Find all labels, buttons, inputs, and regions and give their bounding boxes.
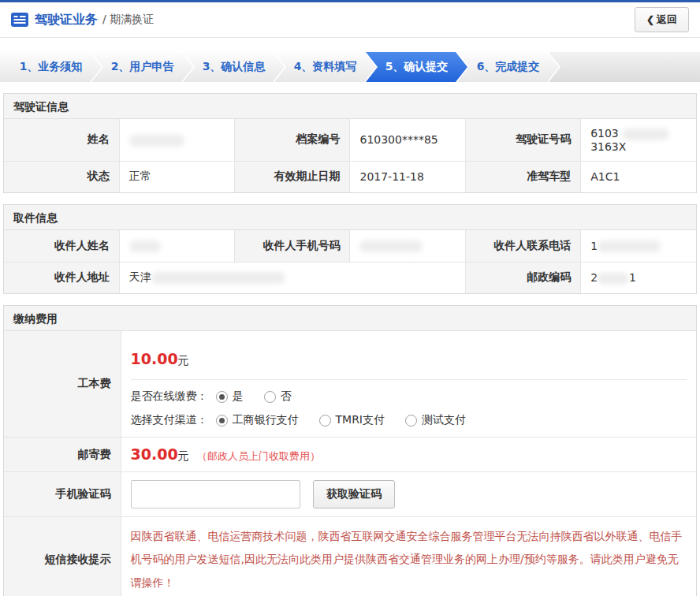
pickup-info-title: 取件信息 xyxy=(4,205,696,230)
pay-channel-choice: 选择支付渠道： 工商银行支付 TMRI支付 测试支付 xyxy=(131,413,687,427)
channel-icbc-option[interactable]: 工商银行支付 xyxy=(216,413,299,427)
step-6-finish-submit[interactable]: 6、完成提交 xyxy=(457,52,559,82)
zip-code-value: 21 xyxy=(581,262,696,293)
name-value xyxy=(119,119,234,161)
table-row: 状态 正常 有效期止日期 2017-11-18 准驾车型 A1C1 xyxy=(4,161,696,192)
expiry-label: 有效期止日期 xyxy=(235,161,350,192)
sms-notice-row: 短信接收提示 因陕西省联通、电信运营商技术问题，陕西省互联网交通安全综合服务管理… xyxy=(4,517,696,596)
recipient-mobile-value xyxy=(350,230,465,262)
card-fee-row: 工本费 10.00元 是否在线缴费： 是 否 选择支付渠道： 工商银行支付 TM… xyxy=(4,331,696,438)
step-3-confirm-info[interactable]: 3、确认信息 xyxy=(183,52,285,82)
redacted-mobile xyxy=(359,240,423,252)
radio-unselected-icon[interactable] xyxy=(405,415,417,427)
pay-channel-question: 选择支付渠道： xyxy=(131,413,208,427)
get-captcha-button[interactable]: 获取验证码 xyxy=(313,480,395,508)
recipient-name-label: 收件人姓名 xyxy=(4,230,119,262)
recipient-mobile-label: 收件人手机号码 xyxy=(235,230,350,262)
back-button-label: 返回 xyxy=(657,13,677,25)
status-label: 状态 xyxy=(4,161,119,192)
redacted-license-no xyxy=(622,129,669,140)
post-fee-cell: 30.00元 （邮政人员上门收取费用） xyxy=(121,438,696,472)
name-label: 姓名 xyxy=(4,119,119,161)
sms-notice-text: 因陕西省联通、电信运营商技术问题，陕西省互联网交通安全综合服务管理平台无法向持陕… xyxy=(131,525,687,594)
license-no-label: 驾驶证号码 xyxy=(465,119,580,161)
chevron-left-icon: ❮ xyxy=(646,14,654,25)
payment-table: 工本费 10.00元 是否在线缴费： 是 否 选择支付渠道： 工商银行支付 TM… xyxy=(4,331,696,596)
online-pay-choice: 是否在线缴费： 是 否 xyxy=(131,389,687,404)
vehicle-class-value: A1C1 xyxy=(581,161,696,192)
step-5-confirm-submit[interactable]: 5、确认提交 xyxy=(366,52,467,82)
zip-code-label: 邮政编码 xyxy=(465,262,580,293)
recipient-phone-value: 1 xyxy=(581,230,696,262)
recipient-address-label: 收件人地址 xyxy=(4,262,119,293)
card-fee-label: 工本费 xyxy=(4,331,121,438)
breadcrumb: / 期满换证 xyxy=(102,13,154,27)
captcha-label: 手机验证码 xyxy=(4,472,121,517)
online-pay-question: 是否在线缴费： xyxy=(131,389,208,404)
expiry-value: 2017-11-18 xyxy=(350,161,465,192)
redacted-recipient-name xyxy=(129,240,161,252)
pickup-info-table: 收件人姓名 收件人手机号码 收件人联系电话 1 收件人地址 天津 邮政编码 21 xyxy=(4,230,696,293)
captcha-row: 手机验证码 获取验证码 xyxy=(4,472,696,517)
sms-notice-label: 短信接收提示 xyxy=(4,517,121,596)
page-header: 驾驶证业务 / 期满换证 ❮返回 xyxy=(0,2,700,38)
table-row: 收件人地址 天津 邮政编码 21 xyxy=(4,262,696,293)
license-no-value: 6103 3163X xyxy=(581,119,696,161)
vehicle-class-label: 准驾车型 xyxy=(465,161,580,192)
page-title: 驾驶证业务 xyxy=(35,12,98,28)
radio-selected-icon[interactable] xyxy=(216,415,228,427)
online-pay-no-option[interactable]: 否 xyxy=(264,389,292,404)
payment-title: 缴纳费用 xyxy=(4,306,696,331)
channel-tmri-option[interactable]: TMRI支付 xyxy=(319,413,385,427)
channel-test-option[interactable]: 测试支付 xyxy=(405,413,466,427)
table-row: 姓名 档案编号 610300****85 驾驶证号码 6103 3163X xyxy=(4,119,696,161)
payment-section: 缴纳费用 工本费 10.00元 是否在线缴费： 是 否 选择支付渠道： 工商银行… xyxy=(3,305,697,596)
redacted-zip xyxy=(598,273,629,285)
file-no-value: 610300****85 xyxy=(350,119,465,161)
license-card-icon xyxy=(11,13,28,27)
radio-unselected-icon[interactable] xyxy=(264,391,276,403)
license-info-title: 驾驶证信息 xyxy=(4,94,696,119)
radio-unselected-icon[interactable] xyxy=(319,415,331,427)
post-fee-note: （邮政人员上门收取费用） xyxy=(197,450,320,462)
step-1-business-notice[interactable]: 1、业务须知 xyxy=(0,52,102,82)
recipient-name-value xyxy=(119,230,234,262)
post-fee-amount: 30.00元 xyxy=(131,445,189,463)
post-fee-row: 邮寄费 30.00元 （邮政人员上门收取费用） xyxy=(4,438,696,472)
redacted-address xyxy=(151,272,285,284)
step-4-fill-data[interactable]: 4、资料填写 xyxy=(274,52,376,82)
status-value: 正常 xyxy=(119,161,234,192)
license-info-section: 驾驶证信息 姓名 档案编号 610300****85 驾驶证号码 6103 31… xyxy=(3,93,697,193)
post-fee-label: 邮寄费 xyxy=(4,438,121,472)
captcha-cell: 获取验证码 xyxy=(121,472,696,517)
redacted-phone xyxy=(598,240,661,252)
card-fee-cell: 10.00元 是否在线缴费： 是 否 选择支付渠道： 工商银行支付 TMRI支付… xyxy=(121,331,696,438)
redacted-name xyxy=(129,135,184,147)
license-info-table: 姓名 档案编号 610300****85 驾驶证号码 6103 3163X 状态… xyxy=(4,119,696,192)
step-2-user-declaration[interactable]: 2、用户申告 xyxy=(91,52,193,82)
captcha-input[interactable] xyxy=(131,480,300,508)
file-no-label: 档案编号 xyxy=(235,119,350,161)
radio-selected-icon[interactable] xyxy=(216,391,228,403)
online-pay-yes-option[interactable]: 是 xyxy=(216,389,244,404)
back-button[interactable]: ❮返回 xyxy=(635,7,689,32)
pickup-info-section: 取件信息 收件人姓名 收件人手机号码 收件人联系电话 1 收件人地址 天津 邮政… xyxy=(3,204,697,294)
recipient-address-value: 天津 xyxy=(119,262,465,293)
step-navigation: 1、业务须知 2、用户申告 3、确认信息 4、资料填写 5、确认提交 6、完成提… xyxy=(0,52,700,82)
sms-notice-cell: 因陕西省联通、电信运营商技术问题，陕西省互联网交通安全综合服务管理平台无法向持陕… xyxy=(121,517,696,596)
table-row: 收件人姓名 收件人手机号码 收件人联系电话 1 xyxy=(4,230,696,262)
recipient-phone-label: 收件人联系电话 xyxy=(465,230,580,262)
card-fee-amount: 10.00元 xyxy=(131,350,189,367)
step-nav-filler xyxy=(549,52,700,82)
